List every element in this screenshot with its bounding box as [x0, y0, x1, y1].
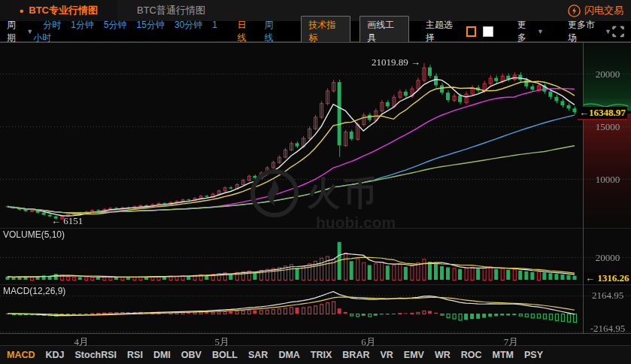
indicator-wr[interactable]: WR: [435, 350, 450, 360]
huobi-logo-icon: [250, 168, 299, 218]
chart-toolbar: 周期 ▼ 分时1分钟5分钟15分钟30分钟1小时 日线 周线 技术指标 画线工具…: [0, 21, 631, 42]
price-axis-15000: 15000: [588, 121, 627, 133]
fullscreen-expand-icon: [611, 26, 625, 38]
indicator-obv[interactable]: OBV: [181, 350, 202, 360]
indicator-mtm[interactable]: MTM: [493, 350, 514, 360]
fullscreen-button[interactable]: [611, 26, 625, 38]
price-axis-20000: 20000: [588, 68, 627, 80]
watermark-url-text: huobi.com: [316, 214, 396, 232]
indicator-brar[interactable]: BRAR: [342, 350, 369, 360]
theme-select-label: 主题选择: [426, 19, 460, 44]
more-markets-dropdown[interactable]: 更多市场 ▼: [568, 19, 611, 44]
period-item-1[interactable]: 1分钟: [71, 20, 94, 30]
month-label-1: 5月: [215, 335, 230, 349]
chevron-down-icon: ▼: [537, 28, 544, 35]
indicator-macd[interactable]: MACD: [7, 350, 35, 360]
watermark-cn-text: 火币: [307, 171, 379, 216]
chart-area: 火币 huobi.com 21019.89 → ← 6151 20000 150…: [0, 42, 631, 345]
lightning-icon: [568, 5, 581, 17]
indicator-dma[interactable]: DMA: [278, 350, 299, 360]
indicator-boll[interactable]: BOLL: [212, 350, 238, 360]
more-markets-label: 更多市场: [568, 19, 602, 44]
indicator-dmi[interactable]: DMI: [153, 350, 171, 360]
volume-axis-20000: 20000: [588, 252, 627, 264]
period-dropdown[interactable]: 周期 ▼: [7, 19, 33, 44]
macd-axis-pos: 2164.95: [588, 290, 627, 302]
period-item-2[interactable]: 5分钟: [104, 20, 127, 30]
macd-axis-neg: -2164.95: [588, 323, 627, 335]
high-price-annotation: 21019.89 →: [338, 56, 420, 68]
tab-normal-chart-label: BTC普通行情图: [137, 4, 205, 17]
volume-pane-label: VOLUME(5,10): [3, 229, 65, 240]
indicator-psy[interactable]: PSY: [524, 350, 543, 360]
last-volume-tag: ← 1316.26: [584, 272, 631, 284]
period-item-4[interactable]: 30分钟: [174, 20, 202, 30]
month-label-0: 4月: [74, 335, 89, 349]
tab-pro-chart-label: BTC专业行情图: [29, 4, 98, 17]
active-tab-bullet-icon: •: [20, 5, 23, 17]
theme-dark-swatch[interactable]: [466, 26, 477, 37]
indicator-trix[interactable]: TRIX: [311, 350, 332, 360]
btc-chart-app: • BTC专业行情图 BTC普通行情图 闪电交易 周期 ▼ 分时1分钟5分钟15…: [0, 0, 631, 364]
flash-trade-button[interactable]: 闪电交易: [568, 4, 631, 17]
month-label-2: 6月: [361, 335, 376, 349]
indicator-rsi[interactable]: RSI: [127, 350, 143, 360]
period-item-3[interactable]: 15分钟: [137, 20, 165, 30]
price-axis-10000: 10000: [588, 174, 627, 186]
indicator-kdj[interactable]: KDJ: [46, 350, 65, 360]
more-dropdown[interactable]: 更多 ▼: [517, 19, 544, 44]
period-week-line[interactable]: 周线: [264, 19, 281, 44]
indicator-stochrsi[interactable]: StochRSI: [75, 350, 117, 360]
flash-trade-label: 闪电交易: [584, 4, 623, 17]
indicator-vr[interactable]: VR: [380, 350, 393, 360]
indicator-switch-bar: MACDKDJStochRSIRSIDMIOBVBOLLSARDMATRIXBR…: [0, 345, 631, 364]
period-item-0[interactable]: 分时: [43, 20, 61, 30]
more-dropdown-label: 更多: [517, 19, 534, 44]
indicator-roc[interactable]: ROC: [461, 350, 482, 360]
low-price-annotation: ← 6151: [51, 215, 83, 227]
theme-light-swatch[interactable]: [483, 26, 493, 37]
month-label-3: 7月: [504, 335, 519, 349]
huobi-watermark: 火币 huobi.com: [250, 168, 396, 232]
chevron-down-icon: ▼: [26, 28, 33, 35]
indicator-emv[interactable]: EMV: [404, 350, 424, 360]
period-day-line[interactable]: 日线: [238, 19, 255, 44]
period-dropdown-label: 周期: [7, 19, 23, 44]
macd-pane-label: MACD(12,26,9): [3, 286, 65, 296]
indicator-sar[interactable]: SAR: [248, 350, 268, 360]
last-price-tag: ←16348.97: [578, 107, 627, 120]
period-items: 分时1分钟5分钟15分钟30分钟1小时: [33, 19, 226, 44]
chevron-down-icon: ▼: [605, 28, 611, 35]
